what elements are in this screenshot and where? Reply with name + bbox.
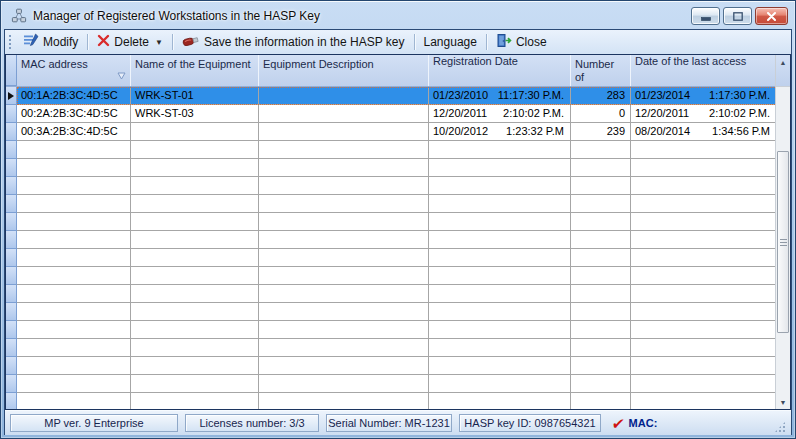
row-selector	[6, 231, 17, 249]
close-icon	[767, 12, 776, 21]
table-row[interactable]: 00:3A:2B:3C:4D:5C 10/20/2012 1:23:32 P.M…	[6, 123, 777, 141]
empty-row	[6, 231, 777, 249]
empty-row	[6, 141, 777, 159]
status-licenses-panel: Licenses number: 3/3	[185, 414, 319, 432]
empty-cell	[631, 339, 777, 357]
row-selector	[6, 303, 17, 321]
column-header-registration[interactable]: Registration Date	[429, 55, 571, 86]
scrollbar-thumb-grip-icon	[780, 239, 787, 246]
empty-cell	[429, 231, 571, 249]
grid-header: MAC address Name of the Equipment Equipm…	[6, 55, 790, 87]
cell-description	[259, 105, 429, 123]
empty-cell	[17, 195, 131, 213]
empty-cell	[571, 231, 631, 249]
cell-name: WRK-ST-03	[131, 105, 259, 123]
table-row[interactable]: 00:1A:2B:3C:4D:5C WRK-ST-01 01/23/2010 1…	[6, 87, 777, 105]
toolbar-grip[interactable]	[8, 34, 13, 50]
empty-cell	[259, 267, 429, 285]
close-app-label: Close	[516, 35, 547, 49]
row-selector[interactable]	[6, 87, 17, 105]
row-selector[interactable]	[6, 123, 17, 141]
delete-dropdown-arrow-icon[interactable]: ▼	[155, 38, 163, 47]
empty-cell	[259, 231, 429, 249]
empty-row	[6, 159, 777, 177]
save-hasp-label: Save the information in the HASP key	[204, 35, 405, 49]
cell-registration: 12/20/2011 2:10:02 P.M.	[429, 105, 571, 123]
empty-row	[6, 321, 777, 339]
toolbar-separator	[414, 34, 415, 50]
window-title: Manager of Registered Workstations in th…	[33, 9, 320, 23]
table-row[interactable]: 00:2A:2B:3C:4D:5C WRK-ST-03 12/20/2011 2…	[6, 105, 777, 123]
scroll-down-button[interactable]: ▼	[776, 399, 790, 406]
language-button[interactable]: Language	[419, 31, 482, 53]
row-selector	[6, 213, 17, 231]
toolbar-separator	[87, 34, 88, 50]
app-window: Manager of Registered Workstations in th…	[0, 0, 796, 439]
empty-cell	[571, 285, 631, 303]
toolbar-separator	[486, 34, 487, 50]
empty-cell	[131, 213, 259, 231]
empty-row	[6, 267, 777, 285]
empty-cell	[631, 195, 777, 213]
empty-cell	[259, 159, 429, 177]
empty-cell	[17, 393, 131, 410]
minimize-button[interactable]	[691, 7, 720, 25]
status-mac-area: ✔ MAC:	[612, 416, 657, 431]
empty-cell	[631, 213, 777, 231]
empty-row	[6, 357, 777, 375]
cell-registration: 01/23/2010 11:17:30 P.M.	[429, 87, 571, 105]
empty-cell	[631, 249, 777, 267]
row-selector	[6, 357, 17, 375]
empty-cell	[131, 249, 259, 267]
column-header-name[interactable]: Name of the Equipment	[131, 55, 259, 86]
column-header-mac[interactable]: MAC address	[17, 55, 131, 86]
row-selector	[6, 321, 17, 339]
resize-grip[interactable]	[774, 421, 786, 433]
vertical-scrollbar[interactable]: ▲ ▼	[775, 55, 790, 409]
close-app-button[interactable]: Close	[491, 31, 552, 53]
scroll-up-button[interactable]: ▲	[776, 55, 790, 87]
empty-cell	[131, 231, 259, 249]
empty-row	[6, 177, 777, 195]
language-label: Language	[424, 35, 477, 49]
empty-row	[6, 249, 777, 267]
empty-cell	[429, 213, 571, 231]
empty-cell	[131, 303, 259, 321]
scrollbar-thumb[interactable]	[777, 151, 789, 333]
sort-descending-icon	[117, 70, 126, 78]
empty-cell	[259, 141, 429, 159]
workstations-grid: MAC address Name of the Equipment Equipm…	[5, 54, 791, 410]
delete-button[interactable]: Delete ▼	[92, 31, 168, 53]
empty-cell	[429, 267, 571, 285]
empty-cell	[571, 159, 631, 177]
column-header-last-access[interactable]: Date of the last access	[631, 55, 777, 86]
empty-cell	[259, 213, 429, 231]
empty-cell	[631, 375, 777, 393]
red-checkmark-icon: ✔	[611, 416, 626, 431]
empty-cell	[429, 195, 571, 213]
client-area: Modify Delete ▼	[4, 29, 792, 435]
row-selector	[6, 141, 17, 159]
window-controls	[691, 7, 788, 25]
empty-cell	[571, 339, 631, 357]
save-hasp-button[interactable]: Save the information in the HASP key	[177, 31, 410, 53]
titlebar[interactable]: Manager of Registered Workstations in th…	[2, 2, 794, 30]
empty-cell	[631, 393, 777, 410]
cell-last-access: 12/20/2011 2:10:02 P.M.	[631, 105, 777, 123]
column-header-accesses[interactable]: Number of accesses	[571, 55, 631, 86]
empty-cell	[259, 357, 429, 375]
close-button[interactable]	[755, 7, 788, 25]
empty-cell	[17, 303, 131, 321]
empty-cell	[429, 177, 571, 195]
minimize-icon	[701, 12, 711, 21]
exit-door-icon	[496, 33, 512, 51]
modify-label: Modify	[43, 35, 78, 49]
scroll-up-arrow-icon: ▲	[780, 59, 787, 66]
column-header-description[interactable]: Equipment Description	[259, 55, 429, 86]
row-selector	[6, 267, 17, 285]
cell-mac: 00:2A:2B:3C:4D:5C	[17, 105, 131, 123]
row-selector[interactable]	[6, 105, 17, 123]
maximize-button[interactable]	[723, 7, 752, 25]
row-selector	[6, 195, 17, 213]
modify-button[interactable]: Modify	[18, 31, 83, 53]
